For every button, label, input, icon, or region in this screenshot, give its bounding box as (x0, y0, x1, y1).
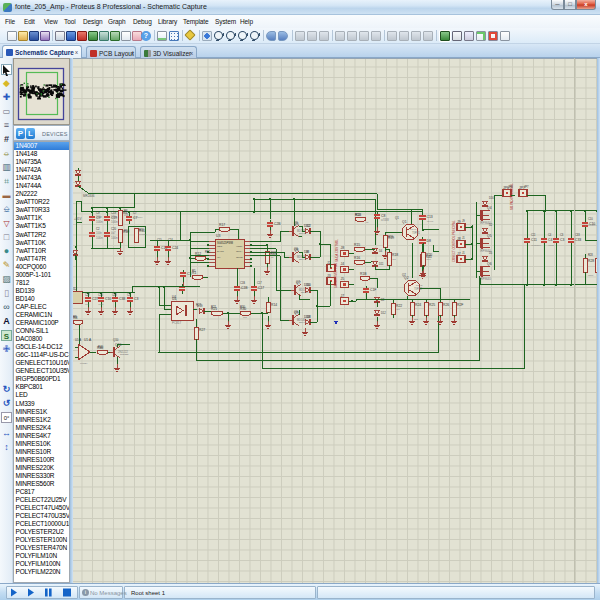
svg-text:C4: C4 (548, 233, 552, 237)
svg-text:BD140: BD140 (299, 321, 307, 324)
svg-text:Q4: Q4 (487, 206, 492, 210)
svg-text:R15: R15 (354, 243, 360, 247)
svg-text:SYNC: SYNC (217, 250, 224, 253)
svg-text:+B1V: +B1V (74, 217, 81, 221)
svg-text:C11: C11 (531, 238, 537, 242)
svg-text:C1F: C1F (370, 288, 376, 292)
svg-text:10n: 10n (257, 287, 262, 290)
svg-text:J1: J1 (462, 236, 465, 240)
svg-text:10n: 10n (240, 287, 245, 290)
svg-text:R26: R26 (443, 303, 449, 307)
svg-text:7812: 7812 (73, 287, 77, 291)
svg-text:R40: R40 (98, 345, 104, 349)
svg-text:Q7: Q7 (296, 280, 300, 284)
svg-text:R27: R27 (199, 328, 205, 332)
svg-text:47u400V: 47u400V (133, 216, 143, 219)
svg-text:J5: J5 (341, 277, 345, 281)
svg-text:R11: R11 (139, 228, 144, 232)
svg-text:C10: C10 (105, 297, 111, 301)
svg-text:10k: 10k (124, 213, 129, 217)
svg-text:Q5: Q5 (294, 221, 298, 225)
svg-text:J7: J7 (457, 252, 461, 256)
svg-text:C24: C24 (168, 238, 173, 242)
svg-text:C3: C3 (560, 233, 564, 237)
svg-text:R14: R14 (271, 303, 277, 307)
svg-text:J9: J9 (457, 220, 461, 224)
svg-text:R12: R12 (195, 252, 201, 256)
svg-text:2k2: 2k2 (414, 318, 419, 321)
svg-text:R8: R8 (73, 315, 77, 319)
svg-text:4k7: 4k7 (396, 308, 401, 311)
svg-text:D5: D5 (489, 251, 493, 255)
svg-text:Q5: Q5 (487, 234, 492, 238)
svg-text:U1:A: U1:A (84, 338, 92, 342)
svg-text:u74W: u74W (427, 220, 434, 223)
svg-text:100n: 100n (96, 231, 102, 235)
svg-text:SAIDA CONTROL: SAIDA CONTROL (335, 239, 339, 262)
svg-text:C20: C20 (111, 227, 117, 231)
svg-text:u74W: u74W (381, 218, 389, 222)
svg-text:C10: C10 (98, 293, 103, 297)
svg-text:R28: R28 (588, 253, 593, 257)
svg-text:R6: R6 (124, 209, 128, 213)
svg-text:R17: R17 (219, 223, 225, 227)
svg-text:J8: J8 (341, 246, 345, 250)
svg-text:C2: C2 (96, 227, 100, 231)
svg-text:TIP41: TIP41 (412, 231, 420, 235)
svg-text:R22: R22 (271, 251, 277, 255)
svg-text:4700u: 4700u (548, 244, 555, 246)
svg-text:4k99: 4k99 (426, 258, 432, 261)
svg-text:2N2222: 2N2222 (120, 353, 129, 356)
svg-text:Q10: Q10 (113, 338, 119, 342)
svg-text:C19: C19 (111, 211, 117, 215)
svg-text:J1: J1 (462, 251, 465, 255)
svg-text:D10: D10 (306, 283, 311, 287)
svg-text:10u: 10u (85, 303, 90, 306)
svg-text:0R68: 0R68 (588, 274, 594, 276)
svg-text:C7: C7 (133, 211, 137, 215)
svg-text:PC817: PC817 (172, 321, 182, 325)
svg-text:D8: D8 (427, 239, 431, 243)
svg-text:C3: C3 (127, 293, 131, 297)
svg-text:C1B: C1B (240, 281, 245, 285)
svg-text:OUTB: OUTB (236, 256, 243, 259)
svg-text:1k: 1k (271, 256, 274, 259)
svg-text:R1B: R1B (360, 272, 367, 276)
svg-text:R21: R21 (211, 305, 217, 309)
svg-text:R13: R13 (355, 213, 361, 217)
svg-text:R24: R24 (415, 303, 421, 307)
svg-text:C3: C3 (560, 238, 564, 242)
svg-text:BD139: BD139 (299, 232, 307, 235)
svg-text:1k: 1k (366, 221, 369, 224)
svg-text:OSC: OSC (217, 245, 222, 248)
svg-text:Q6: Q6 (294, 247, 298, 251)
svg-text:VREF: VREF (236, 245, 243, 248)
svg-text:D2: D2 (489, 223, 493, 227)
svg-text:R12: R12 (205, 250, 211, 254)
svg-text:R16: R16 (354, 256, 360, 260)
svg-text:J3: J3 (327, 274, 331, 278)
svg-text:D8: D8 (306, 250, 310, 254)
svg-text:CONECT CONTROL PRINCIPAL: CONECT CONTROL PRINCIPAL (452, 220, 456, 262)
svg-text:C38: C38 (112, 293, 117, 297)
svg-text:BD140: BD140 (299, 258, 307, 261)
svg-text:IRF9640: IRF9640 (480, 277, 491, 281)
svg-text:U3: U3 (216, 234, 220, 238)
svg-text:J4: J4 (341, 262, 345, 266)
svg-text:C27: C27 (92, 297, 98, 301)
svg-text:J8: J8 (457, 237, 461, 241)
svg-text:C27: C27 (85, 293, 90, 297)
svg-text:D11: D11 (379, 262, 384, 266)
svg-text:4700u16V: 4700u16V (531, 244, 542, 246)
svg-text:J9: J9 (462, 219, 465, 223)
svg-text:R2F: R2F (457, 303, 463, 307)
svg-text:10n100V: 10n100V (588, 224, 597, 226)
svg-text:Q1: Q1 (395, 216, 399, 220)
svg-text:4k7: 4k7 (392, 258, 397, 261)
svg-text:R27: R27 (196, 303, 202, 307)
svg-text:4k99: 4k99 (196, 308, 202, 311)
svg-text:C3: C3 (187, 272, 191, 276)
svg-text:OUTA: OUTA (236, 250, 243, 253)
svg-text:C33: C33 (575, 233, 580, 237)
svg-text:R18: R18 (392, 253, 398, 257)
